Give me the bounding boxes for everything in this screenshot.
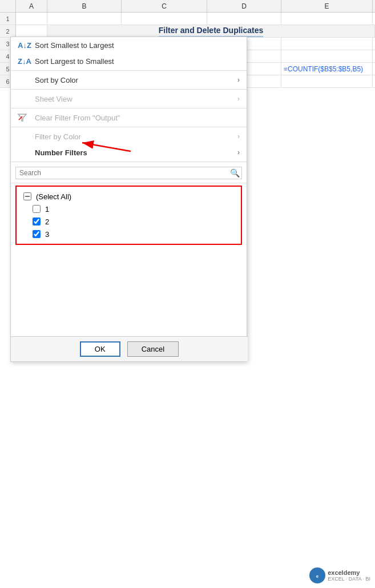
- watermark-subtext: EXCEL · DATA · BI: [328, 576, 370, 582]
- divider-2: [11, 89, 247, 90]
- ok-button[interactable]: OK: [80, 341, 120, 357]
- watermark: e exceldemy EXCEL · DATA · BI: [309, 567, 370, 583]
- sort-by-color-label: Sort by Color: [35, 76, 78, 84]
- select-all-label: (Select All): [36, 192, 71, 201]
- divider-5: [11, 162, 247, 162]
- sort-largest-label: Sort Largest to Smallest: [35, 57, 114, 66]
- search-input[interactable]: [15, 167, 242, 179]
- sort-largest-item[interactable]: Z↓A Sort Largest to Smallest: [11, 53, 247, 69]
- filter-dropdown-menu: A↓Z Sort Smallest to Largest Z↓A Sort La…: [10, 37, 247, 362]
- select-all-item[interactable]: (Select All): [21, 190, 236, 203]
- filter-by-color-label: Filter by Color: [35, 132, 81, 141]
- row-col-spacer: [0, 0, 16, 12]
- checkbox-list: (Select All) 1 2: [15, 186, 242, 245]
- clear-filter-item[interactable]: Clear Filter From "Output": [11, 110, 247, 126]
- sheet-view-arrow: ›: [237, 95, 240, 103]
- sort-za-icon: Z↓A: [18, 57, 30, 66]
- divider-4: [11, 127, 247, 127]
- spreadsheet: A B C D E 1 2 Filter and Delete Duplicat…: [0, 0, 375, 588]
- watermark-logo: e: [309, 567, 325, 583]
- sheet-view-label: Sheet View: [35, 95, 72, 103]
- sort-color-arrow: ›: [237, 76, 240, 84]
- sort-smallest-label: Sort Smallest to Largest: [35, 41, 114, 50]
- watermark-name: exceldemy: [328, 569, 360, 576]
- row-1: 1: [0, 13, 375, 25]
- col-header-c: C: [122, 0, 207, 12]
- clear-filter-icon: [18, 113, 30, 122]
- number-filters-item[interactable]: Number Filters ›: [11, 144, 247, 160]
- checkbox-item-3[interactable]: 3: [21, 228, 236, 240]
- search-icon: 🔍: [230, 168, 240, 178]
- checkbox-2[interactable]: [33, 218, 41, 225]
- item-1-label: 1: [45, 205, 49, 214]
- clear-filter-label: Clear Filter From "Output": [35, 114, 120, 122]
- checkbox-item-1[interactable]: 1: [21, 203, 236, 215]
- search-wrap: 🔍: [15, 167, 242, 179]
- item-2-label: 2: [45, 218, 49, 226]
- select-all-checkbox[interactable]: [23, 192, 31, 200]
- sort-smallest-item[interactable]: A↓Z Sort Smallest to Largest: [11, 37, 247, 53]
- cancel-button[interactable]: Cancel: [127, 341, 179, 357]
- checkbox-1[interactable]: [33, 205, 41, 213]
- svg-text:e: e: [316, 574, 319, 579]
- col-header-row: A B C D E: [0, 0, 375, 13]
- checkbox-3[interactable]: [33, 230, 41, 238]
- col-header-e: E: [281, 0, 373, 12]
- number-filters-arrow: ›: [237, 148, 240, 156]
- spreadsheet-title: Filter and Delete Duplicates: [159, 26, 264, 37]
- bottom-buttons: OK Cancel: [11, 336, 248, 361]
- number-filters-label: Number Filters: [35, 148, 87, 157]
- filter-by-color-item[interactable]: Filter by Color ›: [11, 128, 247, 144]
- formula-cell: =COUNTIF($B$5:$B5,B5): [284, 65, 363, 73]
- checkbox-item-2[interactable]: 2: [21, 215, 236, 228]
- svg-marker-0: [18, 114, 26, 121]
- col-header-d: D: [207, 0, 281, 12]
- row-2: 2 Filter and Delete Duplicates: [0, 25, 375, 38]
- sheet-view-item[interactable]: Sheet View ›: [11, 91, 247, 107]
- divider-1: [11, 70, 247, 71]
- filter-color-arrow: ›: [237, 132, 240, 140]
- divider-3: [11, 108, 247, 108]
- col-header-a: A: [16, 0, 47, 12]
- item-3-label: 3: [45, 230, 49, 239]
- sort-az-icon: A↓Z: [18, 41, 30, 50]
- search-container: 🔍: [11, 163, 247, 183]
- col-header-b: B: [47, 0, 122, 12]
- watermark-text-group: exceldemy EXCEL · DATA · BI: [328, 569, 370, 582]
- sort-by-color-item[interactable]: Sort by Color ›: [11, 72, 247, 88]
